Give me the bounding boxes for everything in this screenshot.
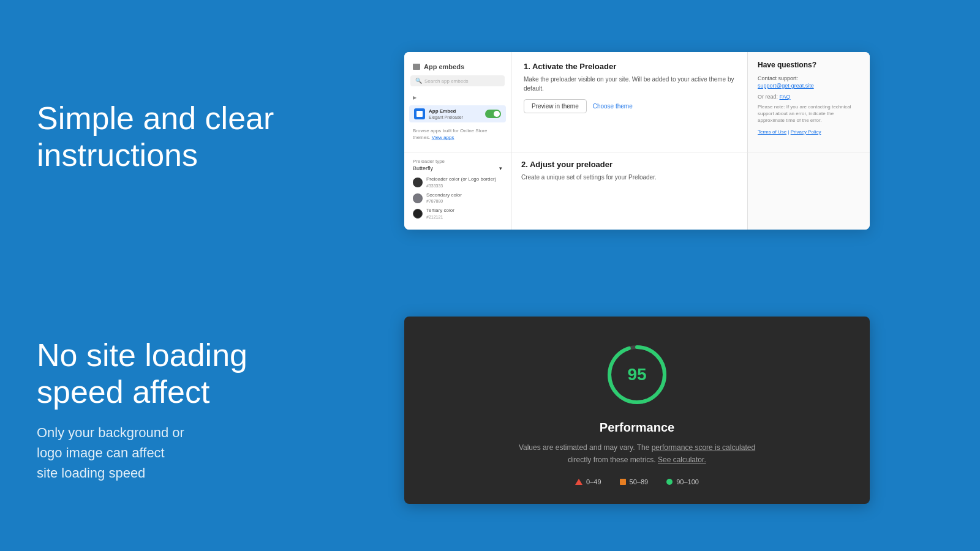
ui-screenshot-panel: App embeds 🔍 Search app embeds ▶ <box>404 52 870 230</box>
performance-circle: 95 <box>603 341 671 408</box>
color2-swatch <box>413 193 423 203</box>
toggle-switch[interactable] <box>485 110 501 118</box>
legend-low: 0–49 <box>575 478 601 485</box>
performance-score: 95 <box>627 365 646 384</box>
color3-swatch <box>413 209 423 219</box>
step1-buttons: Preview in theme Choose theme <box>524 99 735 113</box>
performance-description: Values are estimated and may vary. The p… <box>519 442 755 465</box>
app-embed-row[interactable]: App Embed Elegant Preloader <box>409 105 506 122</box>
footer-links: Terms of Use | Privacy Policy <box>758 129 860 135</box>
bottom-desc: Only your background or logo image can a… <box>37 422 331 483</box>
top-right-panel: App embeds 🔍 Search app embeds ▶ <box>331 52 943 230</box>
dot-icon <box>666 479 673 485</box>
sidebar-header: App embeds <box>404 59 511 75</box>
triangle-icon <box>575 479 582 485</box>
grid-icon <box>413 64 420 70</box>
search-bar[interactable]: 🔍 Search app embeds <box>410 75 505 86</box>
top-title: Simple and clear instructions <box>37 100 331 174</box>
preloader-settings: Preloader type Butterfly ▾ Preloader col… <box>404 152 511 229</box>
performance-title: Performance <box>600 421 674 435</box>
color1-row: Preloader color (or Logo border) #333333 <box>413 176 502 188</box>
square-icon <box>620 479 626 485</box>
bottom-right-panel: 95 Performance Values are estimated and … <box>331 317 943 503</box>
preview-theme-button[interactable]: Preview in theme <box>524 99 587 113</box>
color3-row: Tertiary color #212121 <box>413 208 502 219</box>
color1-swatch <box>413 178 423 187</box>
top-left-text: Simple and clear instructions <box>37 100 331 181</box>
legend-mid: 50–89 <box>620 478 649 485</box>
sidebar-nav-item: ▶ <box>404 91 511 104</box>
app-embed-text-block: App Embed Elegant Preloader <box>429 108 463 119</box>
step2-main: 2. Adjust your preloader Create a unique… <box>511 152 747 229</box>
bottom-title: No site loading speed affect <box>37 337 331 411</box>
legend-high: 90–100 <box>666 478 699 485</box>
performance-panel: 95 Performance Values are estimated and … <box>404 317 870 503</box>
color2-row: Secondary color #787880 <box>413 192 502 204</box>
chevron-icon: ▾ <box>499 165 502 171</box>
step1-block: 1. Activate the Preloader Make the prelo… <box>524 62 735 113</box>
performance-legend: 0–49 50–89 90–100 <box>575 478 699 485</box>
bullet-icon: ▶ <box>413 95 417 100</box>
ui-sidebar: App embeds 🔍 Search app embeds ▶ <box>404 52 511 152</box>
have-questions-panel: Have questions? Contact support: support… <box>747 52 870 152</box>
bottom-left-text: No site loading speed affect Only your b… <box>37 337 331 484</box>
bottom-right-spacer <box>747 152 870 229</box>
search-icon: 🔍 <box>415 78 422 84</box>
ui-panel-bottom-row: Preloader type Butterfly ▾ Preloader col… <box>404 152 870 229</box>
sidebar-footer-text: Browse apps built for Online Store theme… <box>404 124 511 144</box>
app-embed-icon-inner <box>417 111 423 117</box>
choose-theme-button[interactable]: Choose theme <box>593 103 633 110</box>
preloader-type-select[interactable]: Butterfly ▾ <box>413 165 502 171</box>
app-embed-icon <box>414 108 425 119</box>
ui-main-step1: 1. Activate the Preloader Make the prelo… <box>511 52 747 152</box>
